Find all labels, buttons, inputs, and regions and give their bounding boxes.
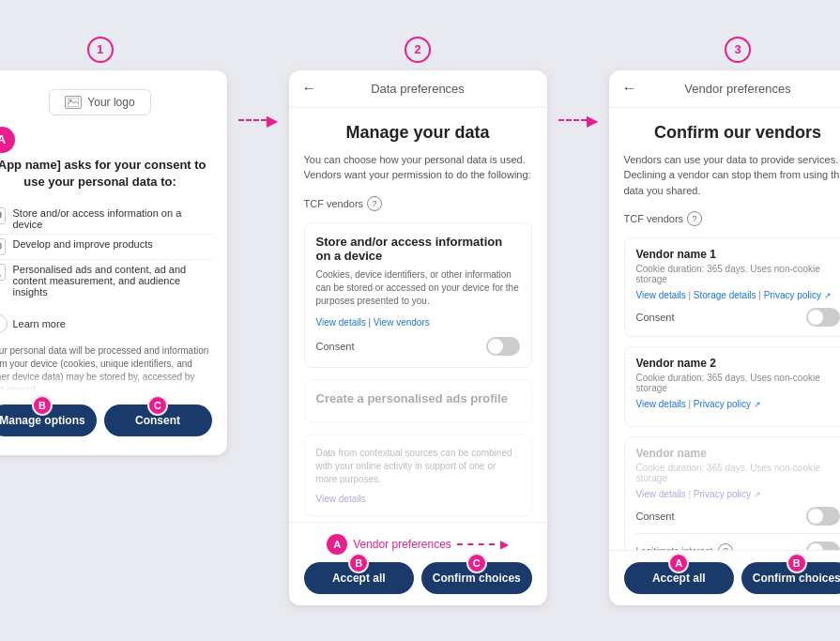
develop-icon xyxy=(0,238,6,255)
tcf-vendors-label: TCF vendors ? xyxy=(304,196,532,211)
vendor-name-3: Vendor name xyxy=(636,447,840,460)
help-icon-3: ? xyxy=(687,211,702,226)
svg-rect-4 xyxy=(0,243,1,249)
view-details-v3[interactable]: View details xyxy=(636,489,686,499)
step-1-circle: 1 xyxy=(87,37,114,63)
logo-text: Your logo xyxy=(87,96,134,109)
accept-all-button-p2[interactable]: B Accept all xyxy=(304,562,415,594)
confirm-badge-p2: C xyxy=(466,553,487,573)
vendor-pref-text: Vendor preferences xyxy=(353,538,451,551)
li-toggle[interactable] xyxy=(806,542,840,550)
purpose-card-2: Create a personalised ads profile xyxy=(304,379,532,423)
confirm-choices-button-p2[interactable]: C Confirm choices xyxy=(421,562,532,594)
vendor-links-1: View details | Storage details | Privacy… xyxy=(636,290,840,300)
tcf-vendors-label-3: TCF vendors ? xyxy=(624,211,841,226)
accept-badge-p2: B xyxy=(348,553,369,573)
panel1-app-badge: A xyxy=(0,127,15,153)
personalized-icon xyxy=(0,264,6,281)
panel1-buttons: B Manage options C Consent xyxy=(0,404,212,436)
manage-badge: B xyxy=(32,395,53,416)
purpose-desc-3: Data from contextual sources can be comb… xyxy=(316,447,520,486)
list-item-text: Develop and improve products xyxy=(13,238,153,250)
consent-toggle-v3[interactable] xyxy=(806,507,840,526)
list-item: Develop and improve products xyxy=(0,235,212,260)
panel3-footer: A Accept all B Confirm choices xyxy=(609,550,841,605)
learn-more-text: Learn more xyxy=(13,318,66,329)
help-icon: ? xyxy=(367,196,382,211)
accept-all-button-p3[interactable]: A Accept all xyxy=(624,562,735,594)
panel2-footer: A Vendor preferences ▶ B Accept all C Co… xyxy=(289,522,547,605)
external-link-icon-v1: ↗ xyxy=(824,291,832,300)
external-link-icon-v2: ↗ xyxy=(754,400,761,409)
consent-list: Store and/or access information on a dev… xyxy=(0,204,212,301)
consent-label-v3: Consent xyxy=(636,511,675,522)
panel3-header-title: Vendor preferences xyxy=(684,82,790,96)
privacy-policy-v2[interactable]: Privacy policy xyxy=(694,399,751,409)
view-details-v1[interactable]: View details xyxy=(636,290,686,300)
panel2-body: Manage your data You can choose how your… xyxy=(289,108,547,522)
consent-label-1: Consent xyxy=(316,341,355,352)
accept-badge-p3: A xyxy=(668,553,689,573)
panel3-body: Confirm our vendors Vendors can use your… xyxy=(609,108,841,550)
vendor-meta-3: Cookie duration: 365 days. Uses non-cook… xyxy=(636,463,840,483)
view-details-link-3[interactable]: View details xyxy=(316,494,366,504)
vendor-card-2: Vendor name 2 Cookie duration: 365 days.… xyxy=(624,346,841,427)
consent-title: [App name] asks for your consent to use … xyxy=(0,157,212,191)
panel2-header-title: Data preferences xyxy=(371,82,465,96)
consent-row-v1: Consent xyxy=(636,308,840,327)
consent-toggle-1[interactable] xyxy=(486,337,520,356)
consent-badge: C xyxy=(147,395,168,416)
view-vendors-link[interactable]: View vendors xyxy=(374,317,430,328)
panel-1: Your logo A [App name] asks for your con… xyxy=(0,70,227,455)
purpose-card-3: Data from contextual sources can be comb… xyxy=(304,435,532,516)
storage-details-v1[interactable]: Storage details xyxy=(694,290,756,300)
vendor-card-3: Vendor name Cookie duration: 365 days. U… xyxy=(624,436,841,550)
vendor-pref-row: A Vendor preferences ▶ xyxy=(304,534,532,555)
panel-3: ← Vendor preferences Confirm our vendors… xyxy=(609,70,841,605)
confirm-choices-button-p3[interactable]: B Confirm choices xyxy=(741,562,840,594)
divider xyxy=(636,533,840,534)
panel2-footer-buttons: B Accept all C Confirm choices xyxy=(304,562,532,594)
panel3-desc: Vendors can use your data to provide ser… xyxy=(624,152,841,199)
learn-more-row: ∨ Learn more xyxy=(0,311,212,337)
panel2-header: ← Data preferences xyxy=(289,70,547,108)
storage-icon xyxy=(0,207,6,224)
view-details-v2[interactable]: View details xyxy=(636,399,686,409)
purpose-title-1: Store and/or access information on a dev… xyxy=(316,235,520,263)
logo-area: Your logo xyxy=(49,89,150,115)
vendor-pref-badge: A xyxy=(327,534,347,555)
purpose-desc-1: Cookies, device identifiers, or other in… xyxy=(316,268,520,308)
list-item-text: Store and/or access information on a dev… xyxy=(13,207,212,230)
step-2-circle: 2 xyxy=(405,37,431,63)
consent-label-v1: Consent xyxy=(636,312,675,323)
panel3-header: ← Vendor preferences xyxy=(609,70,841,108)
confirm-badge-p3: B xyxy=(787,553,807,573)
purpose-card-1: Store and/or access information on a dev… xyxy=(304,222,532,368)
consent-row-1: Consent xyxy=(316,337,520,356)
purpose-title-2: Create a personalised ads profile xyxy=(316,391,520,405)
vendor-links-3: View details | Privacy policy ↗ xyxy=(636,489,840,499)
step-3-circle: 3 xyxy=(725,37,751,63)
vendor-name-1: Vendor name 1 xyxy=(636,248,840,261)
manage-options-button[interactable]: B Manage options xyxy=(0,404,97,436)
vendor-name-2: Vendor name 2 xyxy=(636,357,840,370)
privacy-policy-v1[interactable]: Privacy policy xyxy=(764,290,821,300)
consent-row-v3: Consent xyxy=(636,507,840,526)
panel2-main-title: Manage your data xyxy=(304,123,532,143)
panel3-main-title: Confirm our vendors xyxy=(624,123,841,143)
panel3-footer-buttons: A Accept all B Confirm choices xyxy=(624,562,841,594)
panel-2: ← Data preferences Manage your data You … xyxy=(289,70,547,605)
image-icon xyxy=(65,96,82,109)
list-item: Personalised ads and content, ad and con… xyxy=(0,260,212,301)
privacy-policy-v3[interactable]: Privacy policy xyxy=(694,489,751,499)
vendor-links-2: View details | Privacy policy ↗ xyxy=(636,399,840,409)
back-arrow-icon-3[interactable]: ← xyxy=(622,80,637,97)
consent-toggle-v1[interactable] xyxy=(806,308,840,327)
arrow-1-2: ▶ xyxy=(238,112,278,130)
chevron-down-icon: ∨ xyxy=(0,314,8,333)
svg-point-1 xyxy=(69,99,72,101)
back-arrow-icon[interactable]: ← xyxy=(302,80,317,97)
consent-button[interactable]: C Consent xyxy=(104,404,212,436)
vendor-card-1: Vendor name 1 Cookie duration: 365 days.… xyxy=(624,237,841,337)
view-details-link[interactable]: View details xyxy=(316,317,366,328)
